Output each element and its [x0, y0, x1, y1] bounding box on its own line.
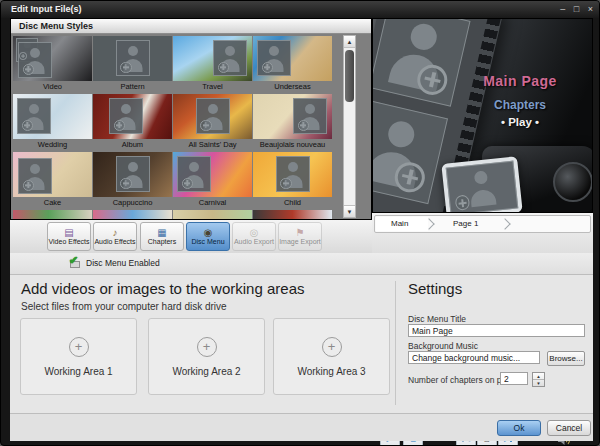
working-area-2[interactable]: + Working Area 2 [148, 318, 265, 395]
browse-button[interactable]: Browse... [547, 351, 585, 366]
close-icon[interactable]: × [588, 1, 593, 18]
style-thumb-travel[interactable]: Travel [173, 36, 252, 93]
styles-grid: Video Pattern Travel Underseas [11, 34, 357, 219]
photo-placeholder-icon [213, 40, 247, 76]
chapters-count-spinner: ▲ ▼ [532, 372, 545, 387]
style-thumb-wedding[interactable]: Wedding [13, 94, 92, 151]
working-area-3[interactable]: + Working Area 3 [273, 318, 390, 395]
style-thumb-image [253, 152, 332, 197]
mode-toolbar: ▤ Video Effects ♪ Audio Effects ▦ Chapte… [10, 220, 372, 253]
style-thumb-partial[interactable] [13, 210, 92, 219]
style-thumb-label: Underseas [253, 81, 332, 92]
check-icon: ✔ [69, 254, 78, 267]
style-thumb-video[interactable]: Video [13, 36, 92, 93]
add-placeholder-icon [200, 120, 212, 132]
add-placeholder-icon [218, 62, 230, 74]
pages-bar: Main Page 1 [374, 215, 591, 233]
chapters-label: Chapters [148, 238, 176, 246]
scroll-up-icon[interactable]: ▲ [344, 36, 355, 48]
style-thumb-image [173, 94, 252, 139]
disc-menu-enabled-checkbox[interactable]: ✔ [68, 257, 82, 269]
style-thumb-all-saints-day[interactable]: All Saints' Day [173, 94, 252, 151]
style-thumb-label: Cappuccino [93, 197, 172, 208]
preview-panel: Main Page Chapters • Play • Main Page 1 [372, 18, 593, 253]
maximize-icon[interactable]: □ [574, 1, 579, 18]
image-export-icon: ⚑ [296, 227, 305, 238]
photo-placeholder-icon [196, 98, 230, 134]
add-placeholder-icon [298, 120, 310, 132]
style-thumb-image [93, 94, 172, 139]
styles-panel-header: Disc Menu Styles [11, 19, 371, 34]
spinner-down-icon[interactable]: ▼ [533, 380, 544, 387]
window-title: Edit Input File(s) [11, 1, 82, 18]
photo-placeholder-icon [116, 156, 150, 192]
working-area-label: Working Area 1 [44, 366, 112, 377]
photo-placeholder-icon [109, 98, 143, 134]
ok-button[interactable]: Ok [497, 420, 541, 436]
style-thumb-album[interactable]: Album [93, 94, 172, 151]
menu-title-text[interactable]: Main Page [458, 73, 582, 89]
tab-main[interactable]: Main [391, 216, 408, 232]
style-thumb-cappuccino[interactable]: Cappuccino [93, 152, 172, 209]
chapters-button[interactable]: ▦ Chapters [140, 222, 184, 251]
add-file-icon: + [322, 337, 342, 357]
video-effects-icon: ▤ [64, 227, 73, 238]
style-thumb-carnival[interactable]: Carnival [173, 152, 252, 209]
style-thumb-partial[interactable] [253, 210, 332, 219]
style-thumb-underseas[interactable]: Underseas [253, 36, 332, 93]
menu-chapters-link[interactable]: Chapters [458, 98, 582, 112]
tab-page-1[interactable]: Page 1 [453, 216, 478, 232]
add-placeholder-icon [392, 159, 428, 195]
menu-text-block: Main Page Chapters • Play • [458, 73, 582, 128]
working-areas-heading: Add videos or images to the working area… [21, 280, 304, 297]
add-placeholder-icon [120, 178, 132, 190]
styles-scrollbar[interactable]: ▲ ▼ [343, 35, 356, 218]
camcorder-image [444, 126, 592, 212]
cancel-button[interactable]: Cancel [547, 420, 591, 436]
minimize-icon[interactable]: – [560, 1, 565, 18]
audio-effects-label: Audio Effects [94, 238, 135, 246]
video-effects-button[interactable]: ▤ Video Effects [47, 222, 91, 251]
add-placeholder-icon [23, 180, 35, 192]
audio-effects-button[interactable]: ♪ Audio Effects [93, 222, 137, 251]
add-file-icon: + [197, 337, 217, 357]
photo-placeholder-icon [373, 100, 448, 205]
working-area-1[interactable]: + Working Area 1 [20, 318, 137, 395]
style-thumb-cake[interactable]: Cake [13, 152, 92, 209]
scrollbar-thumb[interactable] [345, 50, 354, 102]
image-export-button[interactable]: ⚑ Image Export [278, 222, 322, 251]
style-thumb-beaujolais-nouveau[interactable]: Beaujolais nouveau [253, 94, 332, 151]
style-thumb-image [13, 210, 92, 219]
disc-menu-button[interactable]: ◉ Disc Menu [186, 222, 230, 251]
add-placeholder-icon [19, 52, 26, 59]
style-thumb-label: Beaujolais nouveau [253, 139, 332, 150]
chapters-count-input[interactable] [500, 372, 528, 385]
disc-menu-icon: ◉ [204, 227, 213, 238]
photo-placeholder-icon [116, 40, 150, 76]
style-thumb-pattern[interactable]: Pattern [93, 36, 172, 93]
photo-placeholder-icon [276, 156, 310, 192]
working-areas-subheading: Select files from your computer hard dis… [21, 301, 227, 312]
style-thumb-image [173, 36, 252, 81]
style-thumb-image [253, 36, 332, 81]
edit-input-files-dialog: Edit Input File(s) – □ × Disc Menu Style… [0, 0, 600, 446]
footer-bar: Ok Cancel [10, 413, 593, 441]
style-thumb-child[interactable]: Child [253, 152, 332, 209]
spinner-up-icon[interactable]: ▲ [533, 373, 544, 380]
disc-menu-label: Disc Menu [191, 238, 224, 246]
settings-section: Settings Disc Menu Title Background Musi… [408, 275, 585, 413]
video-effects-label: Video Effects [49, 238, 90, 246]
add-placeholder-icon [22, 120, 34, 132]
style-thumb-image [93, 152, 172, 197]
audio-export-button[interactable]: ◎ Audio Export [232, 222, 276, 251]
disc-menu-title-input[interactable] [408, 324, 585, 337]
style-thumb-image [173, 152, 252, 197]
add-placeholder-icon [454, 195, 470, 211]
background-music-input[interactable] [408, 351, 540, 364]
style-thumb-label: All Saints' Day [173, 139, 252, 150]
style-thumb-partial[interactable] [93, 210, 172, 219]
disc-menu-preview[interactable]: Main Page Chapters • Play • [373, 19, 592, 212]
style-thumb-partial[interactable] [173, 210, 252, 219]
style-thumb-image [173, 210, 252, 219]
scroll-down-icon[interactable]: ▼ [344, 205, 355, 217]
